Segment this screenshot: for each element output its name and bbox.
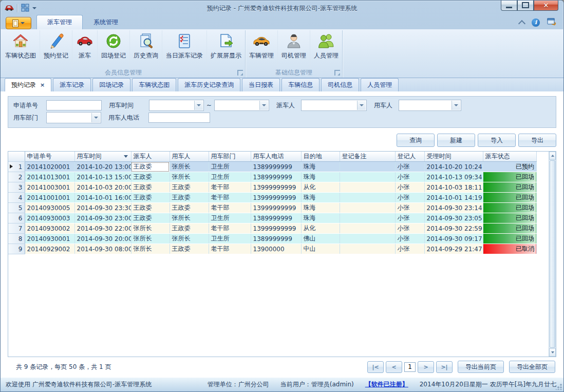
grid-cell[interactable]: 王政委	[170, 193, 209, 203]
grid-cell[interactable]: 小张	[395, 203, 424, 213]
grid-cell[interactable]: 从化	[301, 223, 340, 234]
collapse-ribbon-icon[interactable]	[518, 20, 525, 27]
table-row[interactable]: 1201410200012014-10-20 13:00王政委张所长卫生所138…	[8, 162, 537, 172]
resize-grip[interactable]	[556, 384, 562, 390]
grid-cell[interactable]: 珠海	[301, 213, 340, 223]
grid-cell[interactable]: 王政委	[131, 213, 170, 223]
table-row[interactable]: 8201409300012014-09-30 20:00张所长张所长卫生所138…	[8, 234, 537, 244]
grid-cell[interactable]: 13999999999	[251, 182, 301, 193]
row-header[interactable]: 1	[8, 162, 25, 172]
grid-cell[interactable]	[340, 162, 395, 172]
grid-cell[interactable]: 珠海	[301, 203, 340, 213]
group-dialog-launcher-icon[interactable]	[334, 70, 340, 76]
row-header[interactable]: 2	[8, 172, 25, 182]
dispatch-status-cell[interactable]: 已回场	[483, 223, 537, 234]
ribbon-tab-dispatch[interactable]: 派车管理	[36, 15, 83, 29]
chevron-down-icon[interactable]	[452, 101, 460, 110]
dispatch-status-cell[interactable]: 已取消	[483, 244, 537, 254]
grid-cell[interactable]: 王政委	[170, 203, 209, 213]
first-page-button[interactable]: |<	[367, 361, 384, 373]
grid-cell[interactable]	[340, 172, 395, 182]
dispatch-status-cell[interactable]: 已回场	[483, 182, 537, 193]
grid-cell[interactable]	[340, 213, 395, 223]
scroll-down-icon[interactable]	[549, 348, 556, 357]
grid-cell[interactable]: 张所长	[131, 234, 170, 244]
grid-cell[interactable]: 王政委	[131, 203, 170, 213]
chevron-down-icon[interactable]	[357, 101, 366, 110]
grid-cell[interactable]: 卫生所	[209, 162, 251, 172]
grid-cell[interactable]: 张所长	[131, 244, 170, 254]
user-select[interactable]	[399, 100, 461, 111]
extended-screen-button[interactable]: 扩展屏显示	[207, 30, 245, 68]
grid-cell[interactable]: 20141020001	[25, 162, 74, 172]
grid-cell[interactable]: 老干部	[209, 223, 251, 234]
dispatcher-select[interactable]	[301, 100, 367, 111]
grid-cell[interactable]: 1389999999	[251, 234, 301, 244]
grid-cell[interactable]: 2014-09-30 23:00	[74, 213, 131, 223]
grid-cell[interactable]: 卫生所	[209, 172, 251, 182]
grid-cell[interactable]: 1389999999	[251, 172, 301, 182]
minimize-button[interactable]	[501, 0, 517, 11]
grid-cell[interactable]: 2014-10-01 16:00	[74, 193, 131, 203]
grid-cell[interactable]: 佛山	[301, 234, 340, 244]
personnel-manage-button[interactable]: 人员管理	[310, 30, 342, 68]
grid-cell[interactable]: 小张	[395, 223, 424, 234]
grid-cell[interactable]: 20140930003	[25, 213, 74, 223]
title-bar[interactable]: 预约记录 - 广州爱奇迪软件科技有限公司-派车管理系统 ✕	[1, 1, 563, 16]
grid-cell[interactable]: 2014-10-13 15:00	[74, 172, 131, 182]
vehicle-status-map-button[interactable]: 车辆状态图	[2, 30, 40, 68]
col-accept-time[interactable]: 受理时间	[424, 152, 483, 162]
row-header[interactable]: 8	[8, 234, 25, 244]
grid-cell[interactable]: 张所长	[170, 162, 209, 172]
grid-cell[interactable]: 珠海	[301, 162, 340, 172]
grid-cell[interactable]: 张所长	[131, 223, 170, 234]
chevron-down-icon[interactable]	[91, 113, 100, 122]
grid-cell[interactable]: 20140930002	[25, 223, 74, 234]
vertical-scrollbar[interactable]	[549, 152, 556, 357]
col-registrar[interactable]: 登记人	[395, 152, 424, 162]
table-row[interactable]: 6201409300032014-09-30 23:00王政委张所长卫生所138…	[8, 213, 537, 223]
grid-cell[interactable]: 小张	[395, 162, 424, 172]
grid-cell[interactable]: 13999999999	[251, 223, 301, 234]
grid-cell[interactable]: 2014-10-03 18:11	[424, 182, 483, 193]
ribbon-tab-system[interactable]: 系统管理	[83, 15, 129, 29]
grid-cell[interactable]: 2014-10-20 13:00	[74, 162, 131, 172]
table-row[interactable]: 2201410130012014-10-13 15:00王政委张所长卫生所138…	[8, 172, 537, 182]
grid-cell[interactable]: 2014-10-20 10:24	[424, 162, 483, 172]
table-row[interactable]: 9201409290022014-09-30 08:00张所长王政委老干部139…	[8, 244, 537, 254]
grid-cell[interactable]: 王政委	[131, 193, 170, 203]
request-no-input[interactable]	[46, 100, 102, 110]
grid-cell[interactable]	[340, 193, 395, 203]
today-dispatch-records-button[interactable]: 当日派车记录	[162, 30, 207, 68]
grid-cell[interactable]: 老干部	[209, 203, 251, 213]
grid-cell[interactable]: 2014-09-30 23:05	[424, 213, 483, 223]
col-dispatch-status[interactable]: 派车状态	[483, 152, 537, 162]
grid-cell[interactable]: 20140930005	[25, 203, 74, 213]
scroll-up-icon[interactable]	[549, 152, 556, 160]
grid-cell[interactable]: 1389999999	[251, 162, 301, 172]
info-icon[interactable]: i	[532, 18, 540, 27]
query-button[interactable]: 查询	[397, 134, 435, 147]
chevron-down-icon[interactable]	[32, 7, 36, 9]
grid-cell[interactable]: 中山	[301, 244, 340, 254]
col-user[interactable]: 用车人	[170, 152, 209, 162]
row-header[interactable]: 4	[8, 193, 25, 203]
vehicle-manage-button[interactable]: 车辆管理	[246, 30, 278, 68]
grid-cell[interactable]: 2014-09-30 23:30	[74, 203, 131, 213]
grid-cell[interactable]: 卫生所	[209, 213, 251, 223]
page-number-input[interactable]	[404, 362, 416, 372]
row-header[interactable]: 5	[8, 203, 25, 213]
chevron-down-icon[interactable]	[259, 101, 268, 110]
grid-cell[interactable]: 珠海	[301, 172, 340, 182]
row-header[interactable]: 3	[8, 182, 25, 193]
grid-cell[interactable]: 王政委	[131, 182, 170, 193]
col-use-time[interactable]: 用车时间	[74, 152, 131, 162]
tab-return-records[interactable]: 回场记录	[92, 78, 130, 91]
grid-cell[interactable]: 老干部	[209, 244, 251, 254]
grid-cell[interactable]: 小张	[395, 182, 424, 193]
dispatch-status-cell[interactable]: 已回场	[483, 193, 537, 203]
row-header[interactable]: 6	[8, 213, 25, 223]
grid-cell[interactable]	[340, 234, 395, 244]
grid-cell[interactable]	[340, 203, 395, 213]
grid-cell[interactable]: 13999999999	[251, 203, 301, 213]
